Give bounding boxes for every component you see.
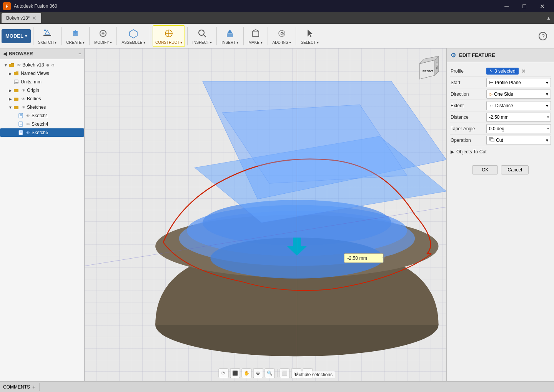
edit-panel-body: Profile ↖ 3 selected ✕ Start ⊢ Prof xyxy=(447,62,554,182)
browser-expand-arrow[interactable]: ◀ xyxy=(3,51,7,56)
toolbar-sketch[interactable]: SKETCH ▾ xyxy=(36,25,59,47)
tree-arrow-named-views[interactable]: ▶ xyxy=(8,71,13,76)
svg-rect-18 xyxy=(9,64,14,67)
operation-field-icon xyxy=(489,137,494,143)
eye-icon-sketch4[interactable]: 👁 xyxy=(25,121,31,127)
tree-item-sketch5[interactable]: ▶ 👁 Sketch5 xyxy=(0,128,84,137)
mode-arrow: ▾ xyxy=(25,34,27,38)
close-button[interactable]: ✕ xyxy=(533,0,551,12)
expand-button[interactable]: ▲ xyxy=(545,14,552,22)
status-text: Multiple selections xyxy=(293,371,335,378)
tree-arrow-bokeh[interactable]: ▼ xyxy=(3,62,8,68)
eye-icon-sketch1[interactable]: 👁 xyxy=(25,113,31,118)
gear-icon-bokeh[interactable]: ⚙ xyxy=(51,63,55,67)
svg-rect-19 xyxy=(14,72,18,75)
eye-icon-sketch5[interactable]: 👁 xyxy=(25,130,31,135)
eye-icon-bodies[interactable]: 👁 xyxy=(21,96,26,101)
minimize-button[interactable]: ─ xyxy=(498,0,516,12)
toolbar-addins[interactable]: ⚙ ADD-INS ▾ xyxy=(270,25,294,47)
distance-input-group: ▾ xyxy=(486,113,551,122)
svg-text:mm: mm xyxy=(15,81,18,83)
zoom-fit-btn[interactable]: ⊕ xyxy=(253,368,263,378)
distance-input[interactable] xyxy=(486,113,545,122)
eye-icon-origin[interactable]: 👁 xyxy=(21,88,26,93)
profile-selected-badge[interactable]: ↖ 3 selected xyxy=(486,68,519,75)
eye-icon-sketches[interactable]: 👁 xyxy=(21,105,26,110)
tree-item-sketch4[interactable]: ▶ 👁 Sketch4 xyxy=(0,120,84,128)
panel-gear-icon: ⚙ xyxy=(451,51,456,59)
toolbar-inspect[interactable]: INSPECT ▾ xyxy=(190,25,214,47)
tree-item-bokeh[interactable]: ▼ 👁 Bokeh v13 ⏺ ⚙ xyxy=(0,61,84,69)
tree-label-bodies: Bodies xyxy=(27,96,41,101)
browser-collapse-btn[interactable]: − xyxy=(78,51,81,56)
direction-dropdown[interactable]: ▷ One Side ▾ xyxy=(486,90,551,99)
folder-icon-sketches xyxy=(13,104,19,110)
toolbar-select[interactable]: SELECT ▾ xyxy=(298,25,321,47)
tree-label-sketch5: Sketch5 xyxy=(32,130,48,135)
start-dropdown[interactable]: ⊢ Profile Plane ▾ xyxy=(486,78,551,87)
extent-field-icon: ↔ xyxy=(489,103,494,108)
toolbar-help[interactable]: ? xyxy=(533,25,552,47)
pan-btn[interactable]: ⬛ xyxy=(230,368,240,378)
hand-btn[interactable]: ✋ xyxy=(241,368,251,378)
toolbar-separator-3 xyxy=(89,27,90,45)
profile-selected-text: 3 selected xyxy=(494,68,516,74)
tree-label-bokeh: Bokeh v13 xyxy=(22,62,44,68)
tree-arrow-origin[interactable]: ▶ xyxy=(8,88,13,93)
svg-marker-15 xyxy=(308,30,313,37)
sketch-label: SKETCH ▾ xyxy=(38,40,57,45)
operation-dropdown[interactable]: Cut ▾ xyxy=(486,136,551,145)
ok-button[interactable]: OK xyxy=(472,165,498,174)
taper-arrow-btn[interactable]: ▾ xyxy=(545,124,551,133)
profile-clear-button[interactable]: ✕ xyxy=(520,68,527,75)
taper-angle-input[interactable] xyxy=(486,124,545,133)
tree-label-sketches: Sketches xyxy=(27,105,46,110)
assemble-label: ASSEMBLE ▾ xyxy=(121,40,145,45)
cancel-button[interactable]: Cancel xyxy=(501,165,528,174)
direction-value: ▷ One Side ▾ xyxy=(486,90,551,99)
extent-row: Extent ↔ Distance ▾ xyxy=(450,100,551,111)
make-label: MAKE ▾ xyxy=(248,40,262,45)
operation-field-value: Cut xyxy=(496,138,503,143)
tree-item-sketches[interactable]: ▼ 👁 Sketches xyxy=(0,103,84,111)
extent-dropdown[interactable]: ↔ Distance ▾ xyxy=(486,101,551,110)
eye-icon-bokeh[interactable]: 👁 xyxy=(16,62,22,68)
orbit-btn[interactable]: ⟳ xyxy=(218,368,228,378)
svg-marker-4 xyxy=(130,30,137,38)
svg-text:RIGHT: RIGHT xyxy=(436,62,438,71)
toolbar-assemble[interactable]: ASSEMBLE ▾ xyxy=(119,25,148,47)
view-cube[interactable]: FRONT RIGHT xyxy=(412,52,443,83)
tree-item-named-views[interactable]: ▶ Named Views xyxy=(0,69,84,78)
tree-item-sketch1[interactable]: ▶ 👁 Sketch1 xyxy=(0,111,84,120)
display-mode-btn[interactable]: ⬜ xyxy=(279,368,289,378)
tabbar: Bokeh v13* ✕ ▲ xyxy=(0,12,554,24)
toolbar-make[interactable]: MAKE ▾ xyxy=(246,25,265,47)
create-label: CREATE ▾ xyxy=(66,40,85,45)
objects-to-cut-row[interactable]: ▶ Objects To Cut xyxy=(450,146,551,158)
svg-text:FRONT: FRONT xyxy=(423,70,433,73)
toolbar-separator-7 xyxy=(216,27,217,45)
tree-item-origin[interactable]: ▶ 👁 Origin xyxy=(0,86,84,95)
distance-arrow-btn[interactable]: ▾ xyxy=(545,113,551,122)
svg-text:⚙: ⚙ xyxy=(280,31,284,37)
mode-button[interactable]: MODEL ▾ xyxy=(2,29,31,43)
zoom-btn[interactable]: 🔍 xyxy=(265,368,275,378)
tree-item-bodies[interactable]: ▶ 👁 Bodies xyxy=(0,95,84,103)
direction-field-icon: ▷ xyxy=(489,91,492,97)
toolbar-modify[interactable]: MODIFY ▾ xyxy=(92,25,114,47)
toolbar-insert[interactable]: INSERT ▾ xyxy=(219,25,241,47)
tree-arrow-bodies[interactable]: ▶ xyxy=(8,96,13,101)
restore-button[interactable]: □ xyxy=(516,0,533,12)
direction-row: Direction ▷ One Side ▾ xyxy=(450,88,551,100)
tab-close-button[interactable]: ✕ xyxy=(32,15,37,21)
viewport[interactable]: -2.50 mm ▾ FRONT RIGHT ⟳ ⬛ ✋ ⊕ 🔍 xyxy=(85,48,446,381)
toolbar-construct[interactable]: CONSTRUCT ▾ xyxy=(153,25,185,47)
add-comment-btn[interactable]: + xyxy=(32,384,35,390)
construct-icon xyxy=(163,27,175,40)
active-tab[interactable]: Bokeh v13* ✕ xyxy=(2,13,41,23)
svg-marker-11 xyxy=(228,30,232,33)
svg-rect-1 xyxy=(44,30,46,31)
svg-rect-10 xyxy=(227,33,233,37)
toolbar-create[interactable]: CREATE ▾ xyxy=(64,25,87,47)
tree-arrow-sketches[interactable]: ▼ xyxy=(8,105,13,110)
